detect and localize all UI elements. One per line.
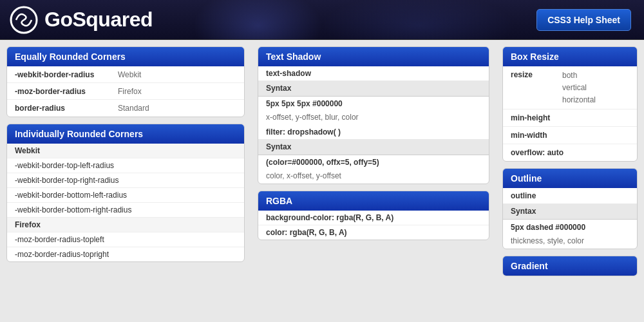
syntax-code-2: (color=#000000, offx=5, offy=5) xyxy=(258,155,489,169)
syntax-label-1: Syntax xyxy=(258,80,489,97)
syntax-desc-1: x-offset, y-offset, blur, color xyxy=(258,111,489,125)
filter-label: filter: dropshadow( ) xyxy=(258,125,489,139)
resize-row: resize both vertical horizontal xyxy=(503,66,637,109)
resize-label: resize xyxy=(511,70,562,79)
property-label: -webkit-border-radius xyxy=(15,70,118,79)
resize-value-vertical: vertical xyxy=(562,82,596,93)
table-row: -webkit-border-radius Webkit xyxy=(7,66,244,83)
box-resize-header: Box Resize xyxy=(503,47,637,66)
main-content: Equally Rounded Corners -webkit-border-r… xyxy=(0,40,644,322)
equally-rounded-header: Equally Rounded Corners xyxy=(7,47,244,66)
syntax-code-1: 5px 5px 5px #000000 xyxy=(258,97,489,111)
header: GoSquared CSS3 Help Sheet xyxy=(0,0,644,40)
list-item: color: rgba(R, G, B, A) xyxy=(258,225,489,240)
firefox-subsection: Firefox xyxy=(7,218,244,232)
list-item: -webkit-border-bottom-left-radius xyxy=(7,188,244,203)
min-width-row: min-width xyxy=(503,127,637,144)
syntax-desc-2: color, x-offset, y-offset xyxy=(258,169,489,184)
outline-syntax-label: Syntax xyxy=(503,204,637,220)
property-value: Firefox xyxy=(118,87,142,96)
table-row: -moz-border-radius Firefox xyxy=(7,83,244,100)
outline-syntax-code: 5px dashed #000000 xyxy=(503,220,637,235)
min-height-row: min-height xyxy=(503,109,637,127)
table-row: border-radius Standard xyxy=(7,100,244,117)
logo-icon xyxy=(10,6,38,34)
property-label: border-radius xyxy=(15,104,118,113)
individually-rounded-card: Individually Rounded Corners Webkit -web… xyxy=(6,124,245,262)
list-item: background-color: rgba(R, G, B, A) xyxy=(258,211,489,225)
resize-values: both vertical horizontal xyxy=(562,70,596,106)
outline-syntax-desc: thickness, style, color xyxy=(503,235,637,249)
gradient-header: Gradient xyxy=(503,256,637,276)
list-item: -webkit-border-top-left-radius xyxy=(7,158,244,173)
gradient-card: Gradient xyxy=(502,256,638,276)
logo-text: GoSquared xyxy=(44,8,153,32)
individually-rounded-header: Individually Rounded Corners xyxy=(7,124,244,144)
outline-card: Outline outline Syntax 5px dashed #00000… xyxy=(502,168,638,249)
text-shadow-card: Text Shadow text-shadow Syntax 5px 5px 5… xyxy=(258,46,489,184)
resize-value-both: both xyxy=(562,70,596,81)
outline-property: outline xyxy=(503,188,637,204)
property-value: Webkit xyxy=(118,70,141,79)
list-item: -webkit-border-top-right-radius xyxy=(7,173,244,188)
list-item: -moz-border-radius-topleft xyxy=(7,232,244,247)
text-shadow-header: Text Shadow xyxy=(258,47,489,66)
rgba-card: RGBA background-color: rgba(R, G, B, A) … xyxy=(258,191,489,240)
property-value: Standard xyxy=(118,104,149,113)
column-3: Box Resize resize both vertical horizont… xyxy=(496,40,644,322)
box-resize-card: Box Resize resize both vertical horizont… xyxy=(502,46,638,162)
css3-help-button[interactable]: CSS3 Help Sheet xyxy=(536,9,631,31)
resize-value-horizontal: horizontal xyxy=(562,94,596,106)
webkit-subsection: Webkit xyxy=(7,144,244,158)
column-1: Equally Rounded Corners -webkit-border-r… xyxy=(0,40,251,322)
equally-rounded-card: Equally Rounded Corners -webkit-border-r… xyxy=(6,46,245,117)
overflow-row: overflow: auto xyxy=(503,144,637,161)
rgba-header: RGBA xyxy=(258,191,489,211)
syntax-label-2: Syntax xyxy=(258,139,489,155)
property-label: -moz-border-radius xyxy=(15,87,118,96)
logo-area: GoSquared xyxy=(10,6,153,34)
list-item: -moz-border-radius-topright xyxy=(7,247,244,261)
text-shadow-property: text-shadow xyxy=(258,66,489,80)
column-2: Text Shadow text-shadow Syntax 5px 5px 5… xyxy=(251,40,496,322)
outline-header: Outline xyxy=(503,169,637,188)
list-item: -webkit-border-bottom-right-radius xyxy=(7,203,244,218)
